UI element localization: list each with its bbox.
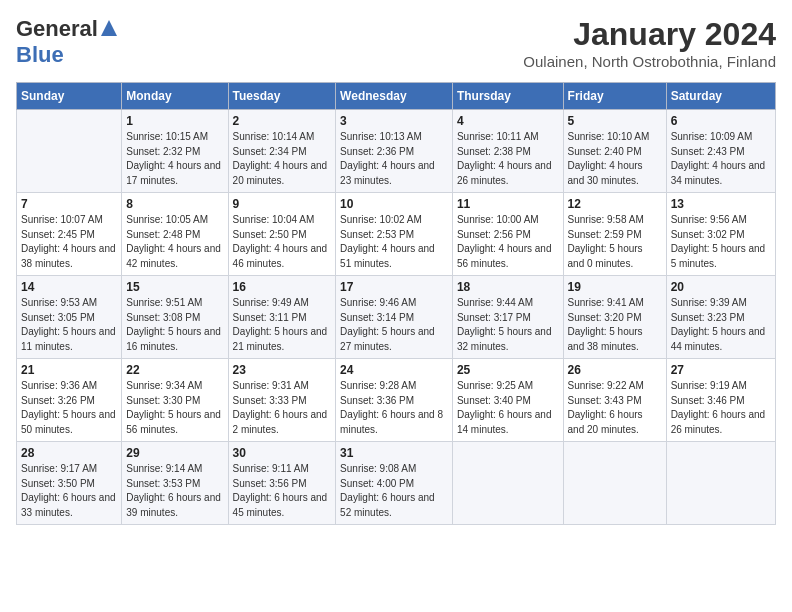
day-number: 12 [568, 197, 662, 211]
day-info: Sunrise: 9:17 AM Sunset: 3:50 PM Dayligh… [21, 462, 117, 520]
calendar-week-row: 21Sunrise: 9:36 AM Sunset: 3:26 PM Dayli… [17, 359, 776, 442]
title-block: January 2024 Oulainen, North Ostrobothni… [523, 16, 776, 70]
day-info: Sunrise: 9:34 AM Sunset: 3:30 PM Dayligh… [126, 379, 223, 437]
day-info: Sunrise: 9:44 AM Sunset: 3:17 PM Dayligh… [457, 296, 559, 354]
weekday-header: Saturday [666, 83, 775, 110]
day-info: Sunrise: 10:04 AM Sunset: 2:50 PM Daylig… [233, 213, 332, 271]
calendar-cell: 25Sunrise: 9:25 AM Sunset: 3:40 PM Dayli… [452, 359, 563, 442]
calendar-cell: 6Sunrise: 10:09 AM Sunset: 2:43 PM Dayli… [666, 110, 775, 193]
subtitle: Oulainen, North Ostrobothnia, Finland [523, 53, 776, 70]
calendar-cell: 31Sunrise: 9:08 AM Sunset: 4:00 PM Dayli… [336, 442, 453, 525]
day-info: Sunrise: 9:39 AM Sunset: 3:23 PM Dayligh… [671, 296, 771, 354]
calendar-table: SundayMondayTuesdayWednesdayThursdayFrid… [16, 82, 776, 525]
day-info: Sunrise: 9:19 AM Sunset: 3:46 PM Dayligh… [671, 379, 771, 437]
main-title: January 2024 [523, 16, 776, 53]
day-number: 19 [568, 280, 662, 294]
calendar-cell: 16Sunrise: 9:49 AM Sunset: 3:11 PM Dayli… [228, 276, 336, 359]
day-info: Sunrise: 10:05 AM Sunset: 2:48 PM Daylig… [126, 213, 223, 271]
day-info: Sunrise: 10:11 AM Sunset: 2:38 PM Daylig… [457, 130, 559, 188]
calendar-cell: 28Sunrise: 9:17 AM Sunset: 3:50 PM Dayli… [17, 442, 122, 525]
day-info: Sunrise: 9:58 AM Sunset: 2:59 PM Dayligh… [568, 213, 662, 271]
weekday-header: Wednesday [336, 83, 453, 110]
logo-text-general: General [16, 16, 98, 42]
calendar-cell [563, 442, 666, 525]
day-info: Sunrise: 10:09 AM Sunset: 2:43 PM Daylig… [671, 130, 771, 188]
weekday-header-row: SundayMondayTuesdayWednesdayThursdayFrid… [17, 83, 776, 110]
day-number: 20 [671, 280, 771, 294]
day-info: Sunrise: 9:36 AM Sunset: 3:26 PM Dayligh… [21, 379, 117, 437]
day-number: 10 [340, 197, 448, 211]
day-info: Sunrise: 9:08 AM Sunset: 4:00 PM Dayligh… [340, 462, 448, 520]
calendar-cell: 13Sunrise: 9:56 AM Sunset: 3:02 PM Dayli… [666, 193, 775, 276]
calendar-cell: 2Sunrise: 10:14 AM Sunset: 2:34 PM Dayli… [228, 110, 336, 193]
day-number: 26 [568, 363, 662, 377]
day-number: 29 [126, 446, 223, 460]
day-info: Sunrise: 10:10 AM Sunset: 2:40 PM Daylig… [568, 130, 662, 188]
calendar-cell: 11Sunrise: 10:00 AM Sunset: 2:56 PM Dayl… [452, 193, 563, 276]
day-info: Sunrise: 9:56 AM Sunset: 3:02 PM Dayligh… [671, 213, 771, 271]
day-number: 7 [21, 197, 117, 211]
day-number: 25 [457, 363, 559, 377]
day-info: Sunrise: 10:00 AM Sunset: 2:56 PM Daylig… [457, 213, 559, 271]
calendar-cell: 17Sunrise: 9:46 AM Sunset: 3:14 PM Dayli… [336, 276, 453, 359]
day-info: Sunrise: 10:13 AM Sunset: 2:36 PM Daylig… [340, 130, 448, 188]
calendar-cell: 8Sunrise: 10:05 AM Sunset: 2:48 PM Dayli… [122, 193, 228, 276]
day-info: Sunrise: 10:02 AM Sunset: 2:53 PM Daylig… [340, 213, 448, 271]
weekday-header: Friday [563, 83, 666, 110]
calendar-cell [452, 442, 563, 525]
calendar-cell: 4Sunrise: 10:11 AM Sunset: 2:38 PM Dayli… [452, 110, 563, 193]
calendar-cell: 27Sunrise: 9:19 AM Sunset: 3:46 PM Dayli… [666, 359, 775, 442]
day-number: 21 [21, 363, 117, 377]
svg-marker-0 [101, 20, 117, 36]
day-info: Sunrise: 9:14 AM Sunset: 3:53 PM Dayligh… [126, 462, 223, 520]
day-info: Sunrise: 9:31 AM Sunset: 3:33 PM Dayligh… [233, 379, 332, 437]
weekday-header: Thursday [452, 83, 563, 110]
calendar-cell: 5Sunrise: 10:10 AM Sunset: 2:40 PM Dayli… [563, 110, 666, 193]
day-number: 22 [126, 363, 223, 377]
day-number: 16 [233, 280, 332, 294]
day-number: 9 [233, 197, 332, 211]
day-info: Sunrise: 9:51 AM Sunset: 3:08 PM Dayligh… [126, 296, 223, 354]
day-info: Sunrise: 10:15 AM Sunset: 2:32 PM Daylig… [126, 130, 223, 188]
header: General Blue January 2024 Oulainen, Nort… [16, 16, 776, 70]
day-number: 15 [126, 280, 223, 294]
weekday-header: Sunday [17, 83, 122, 110]
day-number: 5 [568, 114, 662, 128]
day-number: 11 [457, 197, 559, 211]
calendar-cell: 15Sunrise: 9:51 AM Sunset: 3:08 PM Dayli… [122, 276, 228, 359]
calendar-week-row: 1Sunrise: 10:15 AM Sunset: 2:32 PM Dayli… [17, 110, 776, 193]
calendar-cell: 12Sunrise: 9:58 AM Sunset: 2:59 PM Dayli… [563, 193, 666, 276]
day-number: 28 [21, 446, 117, 460]
calendar-cell: 10Sunrise: 10:02 AM Sunset: 2:53 PM Dayl… [336, 193, 453, 276]
day-info: Sunrise: 10:07 AM Sunset: 2:45 PM Daylig… [21, 213, 117, 271]
day-number: 14 [21, 280, 117, 294]
day-number: 24 [340, 363, 448, 377]
logo-triangle-icon [100, 19, 118, 37]
weekday-header: Monday [122, 83, 228, 110]
day-info: Sunrise: 9:41 AM Sunset: 3:20 PM Dayligh… [568, 296, 662, 354]
logo-text-blue: Blue [16, 42, 64, 67]
calendar-cell: 21Sunrise: 9:36 AM Sunset: 3:26 PM Dayli… [17, 359, 122, 442]
day-number: 31 [340, 446, 448, 460]
calendar-cell [666, 442, 775, 525]
day-number: 17 [340, 280, 448, 294]
logo: General Blue [16, 16, 118, 68]
day-number: 3 [340, 114, 448, 128]
day-number: 27 [671, 363, 771, 377]
calendar-cell: 14Sunrise: 9:53 AM Sunset: 3:05 PM Dayli… [17, 276, 122, 359]
day-info: Sunrise: 9:28 AM Sunset: 3:36 PM Dayligh… [340, 379, 448, 437]
calendar-cell: 1Sunrise: 10:15 AM Sunset: 2:32 PM Dayli… [122, 110, 228, 193]
calendar-cell: 26Sunrise: 9:22 AM Sunset: 3:43 PM Dayli… [563, 359, 666, 442]
calendar-cell: 24Sunrise: 9:28 AM Sunset: 3:36 PM Dayli… [336, 359, 453, 442]
calendar-cell [17, 110, 122, 193]
day-info: Sunrise: 9:11 AM Sunset: 3:56 PM Dayligh… [233, 462, 332, 520]
calendar-week-row: 28Sunrise: 9:17 AM Sunset: 3:50 PM Dayli… [17, 442, 776, 525]
day-number: 23 [233, 363, 332, 377]
calendar-week-row: 14Sunrise: 9:53 AM Sunset: 3:05 PM Dayli… [17, 276, 776, 359]
day-info: Sunrise: 9:25 AM Sunset: 3:40 PM Dayligh… [457, 379, 559, 437]
day-number: 4 [457, 114, 559, 128]
day-info: Sunrise: 9:49 AM Sunset: 3:11 PM Dayligh… [233, 296, 332, 354]
calendar-week-row: 7Sunrise: 10:07 AM Sunset: 2:45 PM Dayli… [17, 193, 776, 276]
calendar-cell: 9Sunrise: 10:04 AM Sunset: 2:50 PM Dayli… [228, 193, 336, 276]
day-info: Sunrise: 9:53 AM Sunset: 3:05 PM Dayligh… [21, 296, 117, 354]
